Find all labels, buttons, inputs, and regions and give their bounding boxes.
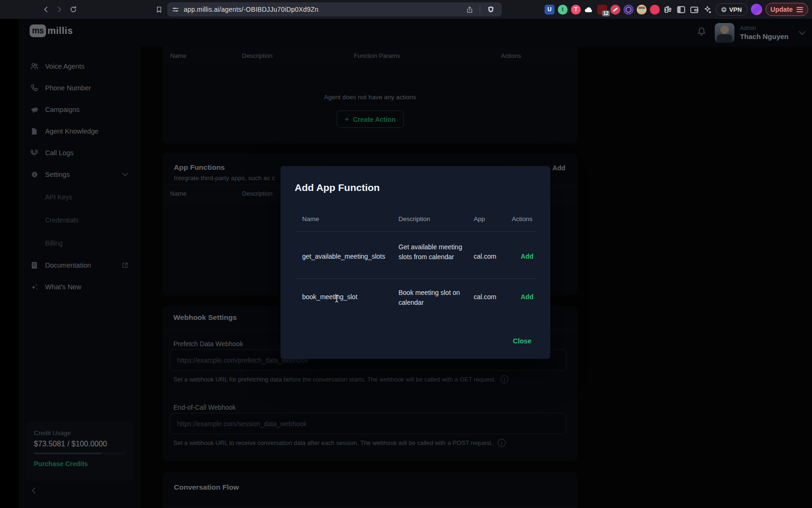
url-text[interactable]: app.millis.ai/agents/-OBIBDJJu70iDp0Xd9Z… xyxy=(184,6,463,13)
update-label: Update xyxy=(771,6,793,13)
site-settings-icon[interactable] xyxy=(172,6,179,13)
share-icon[interactable] xyxy=(463,3,476,16)
red-dot-extension-icon[interactable] xyxy=(650,5,660,15)
wallet-icon[interactable] xyxy=(689,5,699,15)
vpn-status-icon xyxy=(721,7,726,12)
modal-title: Add App Function xyxy=(295,182,380,193)
modal-column-header: Actions xyxy=(512,215,532,222)
screen: app.millis.ai/agents/-OBIBDJJu70iDp0Xd9Z… xyxy=(0,0,812,508)
menu-icon xyxy=(796,6,803,13)
browser-toolbar: app.millis.ai/agents/-OBIBDJJu70iDp0Xd9Z… xyxy=(0,0,812,19)
brave-shield-icon[interactable] xyxy=(484,3,497,16)
password-manager-extension-icon[interactable]: U xyxy=(545,5,554,15)
browser-forward-icon[interactable] xyxy=(53,3,66,16)
extensions-area: U t T 12 xyxy=(545,0,812,19)
update-button[interactable]: Update xyxy=(765,3,808,16)
modal-column-header: Name xyxy=(302,215,319,222)
sidebar-panel-icon[interactable] xyxy=(676,5,686,15)
extension-badge: 12 xyxy=(602,10,610,16)
add-app-function-modal: Add App Function Name Description App Ac… xyxy=(281,166,550,359)
address-bar[interactable]: app.millis.ai/agents/-OBIBDJJu70iDp0Xd9Z… xyxy=(167,2,502,16)
function-name: book_meeting_slot xyxy=(302,293,358,301)
add-function-button[interactable]: Add xyxy=(521,293,533,301)
purple-ring-extension-icon[interactable] xyxy=(624,5,633,15)
cloud-extension-icon[interactable] xyxy=(584,5,594,15)
modal-column-header: App xyxy=(474,215,485,222)
function-app: cal.com xyxy=(474,293,496,301)
function-description: Book meeting slot on calendar xyxy=(398,288,471,308)
ai-sparkle-icon[interactable] xyxy=(703,5,712,15)
vpn-label: VPN xyxy=(729,6,742,13)
avatar-extension-icon[interactable] xyxy=(637,5,647,15)
red-t-extension-icon[interactable]: T xyxy=(571,5,581,15)
blocker-extension-icon[interactable] xyxy=(610,5,620,15)
browser-reload-icon[interactable] xyxy=(67,3,80,16)
modal-column-header: Description xyxy=(398,215,430,222)
divider xyxy=(295,231,537,232)
function-description: Get available meeting slots from calenda… xyxy=(398,242,471,262)
text-cursor xyxy=(334,294,339,305)
add-function-button[interactable]: Add xyxy=(521,253,533,260)
tab-counter-extension-icon[interactable]: 12 xyxy=(597,5,607,15)
vpn-button[interactable]: VPN xyxy=(716,3,748,16)
browser-profile-avatar[interactable] xyxy=(751,4,762,15)
close-button[interactable]: Close xyxy=(513,337,532,345)
divider xyxy=(480,6,480,13)
function-name: get_available_meeting_slots xyxy=(302,253,385,260)
green-t-extension-icon[interactable]: t xyxy=(558,5,568,15)
puzzle-extensions-icon[interactable] xyxy=(663,5,673,15)
divider xyxy=(295,278,537,279)
function-app: cal.com xyxy=(474,253,496,260)
browser-back-icon[interactable] xyxy=(39,3,53,16)
bookmark-icon[interactable] xyxy=(152,3,165,16)
